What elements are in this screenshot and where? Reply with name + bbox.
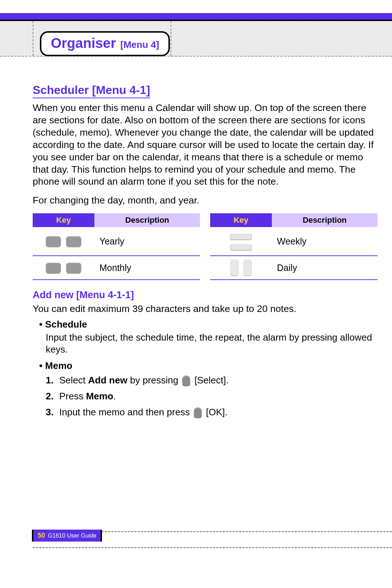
desc-daily: Daily [272, 256, 377, 280]
hash-key-icon [66, 263, 81, 274]
step-1: 1. Select Add new by pressing [Select]. [46, 373, 377, 387]
guide-name: G1610 User Guide [48, 533, 96, 539]
softkey-icon [182, 375, 190, 386]
th-key-right: Key [210, 213, 272, 227]
paragraph-leadin: For changing the day, month, and year. [33, 194, 377, 207]
th-key-left: Key [33, 213, 94, 227]
step-2: 2. Press Memo. [46, 389, 377, 403]
step-suffix: [OK]. [203, 407, 227, 418]
th-desc-left: Description [94, 213, 200, 227]
step-3: 3. Input the memo and then press [OK]. [46, 405, 377, 419]
nav-key-up-icon [230, 260, 238, 276]
desc-monthly: Monthly [94, 256, 200, 280]
nav-key-top-icon [230, 234, 252, 240]
header-band: Organiser [Menu 4] [0, 21, 392, 57]
num-key-1-icon [46, 236, 61, 247]
key-icon-cell [210, 256, 272, 280]
subsection-intro: You can edit maximum 39 characters and t… [33, 303, 377, 315]
step-suffix: [Select]. [192, 375, 228, 386]
paragraph-intro: When you enter this menu a Calendar will… [33, 102, 377, 188]
chapter-menu: [Menu 4] [121, 39, 159, 50]
top-purple-bar [0, 13, 392, 20]
bullet-memo-label: Memo [39, 360, 377, 371]
chapter-title: Organiser [51, 36, 116, 51]
th-desc-right: Description [272, 213, 377, 227]
step-text: Select [59, 375, 88, 386]
step-text: Input the memo and then press [59, 407, 192, 418]
subsection-heading: Add new [Menu 4-1-1] [33, 289, 377, 301]
chapter-badge: Organiser [Menu 4] [40, 31, 170, 56]
step-text: Press [59, 391, 86, 402]
page-number: 50 [38, 532, 45, 539]
nav-key-down-icon [244, 260, 252, 276]
step-bold: Add new [88, 375, 127, 386]
bullet-schedule-text: Input the subject, the schedule time, th… [46, 332, 377, 356]
desc-weekly: Weekly [272, 227, 377, 256]
key-description-table: Key Description Key Description Yearly W… [33, 213, 377, 280]
step-text: by pressing [127, 375, 181, 386]
desc-yearly: Yearly [94, 227, 200, 256]
star-key-icon [46, 263, 61, 274]
step-bold: Memo [86, 391, 113, 402]
step-number: 2. [46, 389, 57, 403]
content-area: Scheduler [Menu 4-1] When you enter this… [33, 83, 377, 421]
page-number-tab: 50 G1610 User Guide [33, 530, 101, 542]
key-icon-cell [210, 227, 272, 256]
bullet-schedule-label: Schedule [39, 319, 377, 330]
memo-steps: 1. Select Add new by pressing [Select]. … [46, 373, 377, 420]
nav-key-bottom-icon [230, 244, 252, 250]
section-heading: Scheduler [Menu 4-1] [33, 83, 150, 98]
step-text: . [113, 391, 116, 402]
key-icon-cell [33, 227, 94, 256]
softkey-icon [194, 407, 202, 418]
step-number: 3. [46, 405, 57, 419]
num-key-3-icon [66, 236, 81, 247]
key-icon-cell [33, 256, 94, 280]
step-number: 1. [46, 373, 57, 387]
